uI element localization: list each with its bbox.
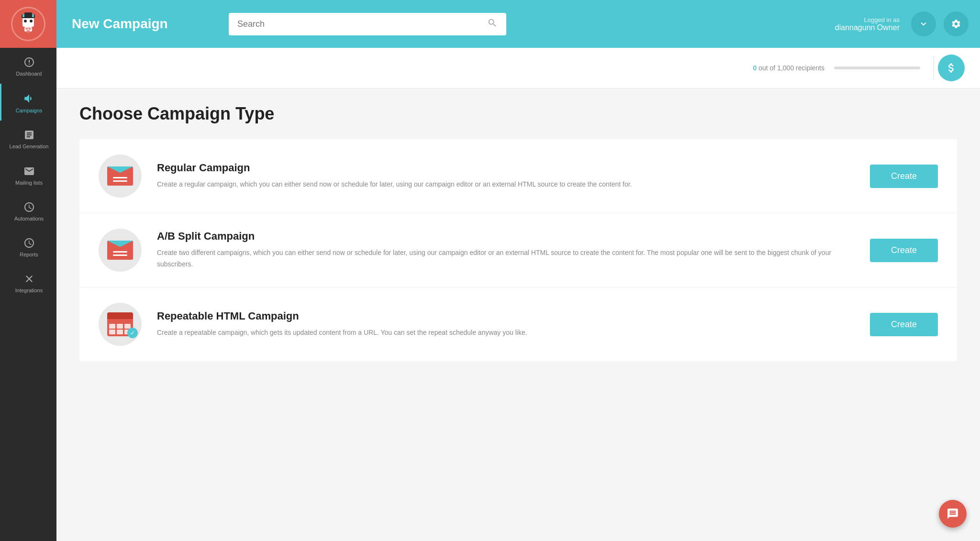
header-title-area: New Campaign [56, 16, 219, 32]
campaign-name-ab: A/B Split Campaign [157, 230, 855, 243]
header: New Campaign Logged in as diannagunn Own… [56, 0, 980, 48]
sidebar-item-campaigns[interactable]: Campaigns [0, 84, 56, 121]
campaigns-icon [23, 92, 35, 105]
page-content: Choose Campaign Type [56, 88, 980, 541]
svg-point-8 [26, 28, 28, 30]
page-heading: Choose Campaign Type [79, 104, 957, 124]
campaign-info-regular: Regular Campaign Create a regular campai… [157, 162, 855, 190]
search-box[interactable] [229, 13, 506, 35]
campaign-icon-ab [99, 229, 142, 272]
list-item: ✓ Repeatable HTML Campaign Create a repe… [79, 287, 957, 361]
logo-icon [14, 10, 43, 38]
divider [934, 56, 934, 80]
svg-point-6 [30, 20, 33, 22]
header-right: Logged in as diannagunn Owner [824, 11, 980, 36]
campaign-desc-ab: Create two different campaigns, which yo… [157, 247, 855, 270]
integrations-icon [23, 273, 35, 285]
search-input[interactable] [237, 19, 483, 29]
sidebar: Dashboard Campaigns Lead Generation Mail… [0, 0, 56, 541]
svg-point-9 [29, 28, 31, 30]
sidebar-label-lead-generation: Lead Generation [10, 144, 49, 150]
svg-point-7 [25, 27, 32, 31]
automations-icon [23, 201, 35, 213]
dashboard-icon [23, 56, 35, 68]
header-user-label: Logged in as [835, 16, 900, 23]
main-wrapper: New Campaign Logged in as diannagunn Own… [56, 0, 980, 541]
sidebar-label-dashboard: Dashboard [16, 71, 42, 77]
sidebar-item-mailing-lists[interactable]: Mailing lists [0, 157, 56, 193]
header-title: New Campaign [72, 16, 168, 31]
campaign-info-repeatable: Repeatable HTML Campaign Create a repeat… [157, 310, 855, 339]
sidebar-item-lead-generation[interactable]: Lead Generation [0, 121, 56, 156]
campaign-desc-repeatable: Create a repeatable campaign, which gets… [157, 327, 855, 339]
list-item: A/B Split Campaign Create two different … [79, 213, 957, 287]
campaign-icon-regular [99, 155, 142, 198]
settings-button[interactable] [944, 11, 969, 36]
search-icon [487, 18, 498, 31]
create-ab-button[interactable]: Create [870, 239, 938, 262]
sidebar-item-integrations[interactable]: Integrations [0, 265, 56, 300]
svg-rect-13 [22, 14, 24, 17]
billing-button[interactable] [938, 55, 965, 81]
sidebar-label-campaigns: Campaigns [16, 108, 43, 114]
recipients-count: 0 [753, 64, 757, 72]
list-item: Regular Campaign Create a regular campai… [79, 139, 957, 213]
envelope-icon [107, 166, 133, 186]
lead-generation-icon [23, 129, 35, 141]
sidebar-label-reports: Reports [20, 252, 38, 258]
sidebar-logo [0, 0, 56, 48]
recipients-progress-bar [834, 66, 920, 69]
chat-bubble-button[interactable] [939, 500, 967, 528]
campaign-name-regular: Regular Campaign [157, 162, 855, 174]
sidebar-label-mailing-lists: Mailing lists [15, 180, 43, 186]
svg-point-5 [24, 20, 27, 22]
content-area: 0 out of 1,000 recipients Choose Campaig… [56, 48, 980, 541]
recipients-label: out of 1,000 recipients [758, 64, 824, 72]
sidebar-label-integrations: Integrations [15, 287, 43, 294]
header-search-area [219, 13, 824, 35]
campaign-desc-regular: Create a regular campaign, which you can… [157, 179, 855, 190]
sidebar-item-automations[interactable]: Automations [0, 193, 56, 229]
logo-image [11, 7, 45, 41]
campaign-info-ab: A/B Split Campaign Create two different … [157, 230, 855, 270]
sidebar-label-automations: Automations [14, 216, 44, 222]
campaign-name-repeatable: Repeatable HTML Campaign [157, 310, 855, 322]
header-user: Logged in as diannagunn Owner [835, 16, 900, 32]
create-repeatable-button[interactable]: Create [870, 313, 938, 336]
account-dropdown-button[interactable] [911, 11, 936, 36]
campaign-list: Regular Campaign Create a regular campai… [79, 139, 957, 361]
mailing-lists-icon [23, 166, 35, 177]
svg-point-10 [26, 31, 30, 33]
svg-rect-4 [24, 12, 32, 15]
calendar-icon: ✓ [107, 312, 133, 336]
check-icon: ✓ [127, 328, 138, 338]
header-user-name: diannagunn Owner [835, 23, 900, 32]
recipients-text: 0 out of 1,000 recipients [753, 64, 824, 72]
campaign-icon-repeatable: ✓ [99, 303, 142, 346]
sidebar-item-dashboard[interactable]: Dashboard [0, 48, 56, 84]
reports-icon [23, 237, 35, 249]
svg-rect-14 [32, 14, 34, 17]
envelope-split-icon [107, 241, 133, 260]
create-regular-button[interactable]: Create [870, 165, 938, 188]
recipients-bar: 0 out of 1,000 recipients [56, 48, 980, 88]
sidebar-item-reports[interactable]: Reports [0, 229, 56, 265]
